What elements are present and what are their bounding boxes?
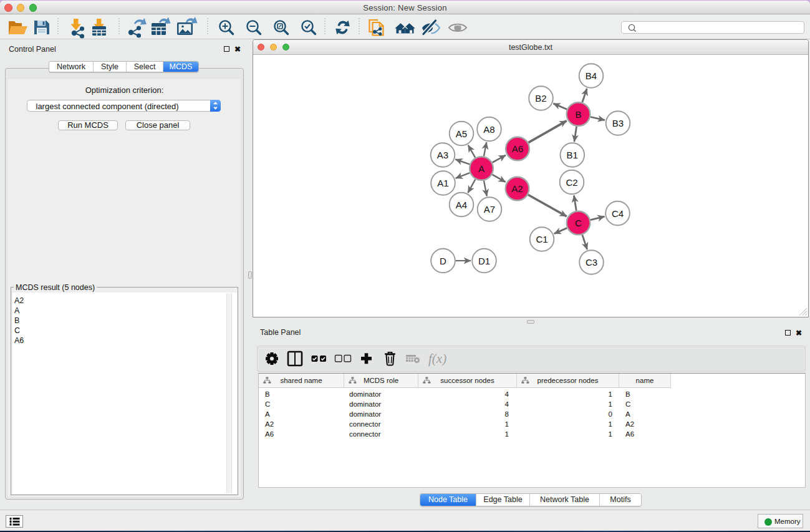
svg-text:A6: A6 xyxy=(512,143,523,154)
svg-text:B: B xyxy=(575,109,581,120)
svg-text:C4: C4 xyxy=(612,208,624,219)
svg-text:A8: A8 xyxy=(483,124,494,135)
svg-text:D: D xyxy=(440,256,446,266)
svg-text:A: A xyxy=(478,163,485,174)
svg-text:A7: A7 xyxy=(484,204,495,215)
svg-text:D1: D1 xyxy=(478,256,490,266)
svg-text:C2: C2 xyxy=(566,177,577,188)
svg-text:C1: C1 xyxy=(536,234,547,244)
svg-text:A5: A5 xyxy=(456,128,467,139)
svg-text:B2: B2 xyxy=(535,93,546,104)
svg-text:A1: A1 xyxy=(437,178,448,188)
svg-text:C3: C3 xyxy=(586,257,597,268)
svg-text:C: C xyxy=(575,218,582,228)
svg-text:B3: B3 xyxy=(612,118,624,128)
svg-text:A2: A2 xyxy=(511,183,523,194)
svg-text:B4: B4 xyxy=(586,70,597,81)
svg-text:A4: A4 xyxy=(456,200,467,210)
svg-text:B1: B1 xyxy=(567,150,578,160)
svg-text:f(x): f(x) xyxy=(428,351,446,366)
svg-text:A3: A3 xyxy=(437,150,448,160)
